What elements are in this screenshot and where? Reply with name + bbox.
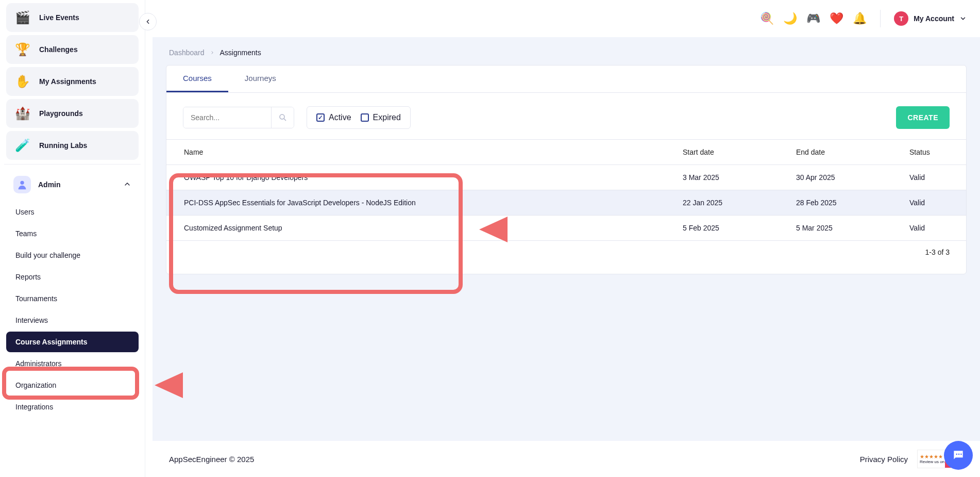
checkbox-active[interactable]: Active (316, 113, 351, 122)
sidebar-item-label: Running Labs (39, 141, 87, 150)
account-menu[interactable]: T My Account (894, 11, 967, 26)
topbar-icons: 🍭 🌙 🎮 ❤️ 🔔 (760, 12, 867, 25)
table-row[interactable]: Customized Assignment Setup 5 Feb 2025 5… (166, 216, 966, 241)
checkbox-icon (361, 113, 369, 122)
heart-icon[interactable]: ❤️ (830, 12, 843, 25)
search-icon (278, 113, 288, 122)
discord-icon[interactable]: 🎮 (806, 12, 820, 25)
sidebar: 🎬 Live Events 🏆 Challenges ✋ My Assignme… (0, 0, 145, 477)
castle-icon: 🏰 (13, 104, 32, 123)
table-row[interactable]: OWASP Top 10 for Django Developers 3 Mar… (166, 165, 966, 190)
g2-stars-icon: ★★★★★ (920, 454, 944, 459)
privacy-link[interactable]: Privacy Policy (860, 455, 908, 464)
sidebar-item-label: Users (15, 208, 35, 216)
sidebar-item-label: Administrators (15, 359, 61, 368)
sidebar-item-course-assignments[interactable]: Course Assignments (6, 332, 139, 352)
lifebuoy-icon[interactable]: 🍭 (760, 12, 774, 25)
avatar: T (894, 11, 908, 26)
sidebar-item-label: Reports (15, 273, 41, 281)
sidebar-item-playgrounds[interactable]: 🏰 Playgrounds (6, 99, 139, 128)
chat-fab[interactable] (944, 441, 973, 470)
sidebar-item-reports[interactable]: Reports (6, 267, 139, 287)
table-row[interactable]: PCI-DSS AppSec Essentials for JavaScript… (166, 190, 966, 216)
flask-icon: 🧪 (13, 136, 32, 155)
tab-label: Journeys (245, 74, 276, 83)
tab-label: Courses (183, 74, 212, 83)
cell-name: OWASP Top 10 for Django Developers (166, 165, 672, 190)
cell-status: Valid (899, 216, 966, 241)
sidebar-item-label: Build your challenge (15, 251, 80, 259)
hands-icon: ✋ (13, 72, 32, 91)
chevron-down-icon (959, 15, 967, 22)
sidebar-item-label: Teams (15, 229, 37, 238)
cell-status: Valid (899, 190, 966, 216)
sidebar-item-label: Challenges (39, 45, 78, 54)
svg-point-1 (280, 114, 284, 119)
col-name[interactable]: Name (166, 140, 672, 165)
col-start-date[interactable]: Start date (672, 140, 786, 165)
checkbox-label: Active (329, 113, 351, 122)
tab-courses[interactable]: Courses (166, 65, 228, 92)
chat-icon (952, 449, 965, 462)
topbar: 🍭 🌙 🎮 ❤️ 🔔 T My Account (153, 0, 980, 37)
sidebar-item-label: My Assignments (39, 77, 96, 86)
sidebar-item-interviews[interactable]: Interviews (6, 310, 139, 331)
col-end-date[interactable]: End date (786, 140, 899, 165)
cell-name: Customized Assignment Setup (166, 216, 672, 241)
sidebar-collapse-button[interactable] (139, 13, 157, 30)
moon-icon[interactable]: 🌙 (783, 12, 797, 25)
cell-start: 22 Jan 2025 (672, 190, 786, 216)
cell-start: 5 Feb 2025 (672, 216, 786, 241)
bell-icon[interactable]: 🔔 (853, 12, 867, 25)
data-area: Name Start date End date Status OWASP To… (166, 139, 966, 274)
sidebar-item-live-events[interactable]: 🎬 Live Events (6, 3, 139, 32)
sidebar-item-users[interactable]: Users (6, 202, 139, 222)
search-wrap (183, 107, 294, 128)
svg-point-2 (956, 454, 957, 455)
breadcrumb-root[interactable]: Dashboard (169, 48, 205, 57)
sidebar-item-build-challenge[interactable]: Build your challenge (6, 245, 139, 266)
svg-point-4 (960, 454, 962, 455)
sidebar-item-label: Interviews (15, 316, 48, 324)
cell-end: 28 Feb 2025 (786, 190, 899, 216)
filter-group: Active Expired (307, 106, 411, 129)
search-button[interactable] (271, 107, 294, 128)
create-button[interactable]: CREATE (896, 106, 950, 129)
sidebar-item-label: Course Assignments (15, 338, 88, 346)
sidebar-item-label: Live Events (39, 13, 79, 22)
account-label: My Account (914, 14, 954, 23)
search-input[interactable] (183, 107, 271, 128)
divider (880, 10, 881, 27)
assignments-table: Name Start date End date Status OWASP To… (166, 139, 966, 241)
g2-text: Review us on (920, 459, 944, 464)
checkbox-expired[interactable]: Expired (361, 113, 401, 122)
sidebar-item-challenges[interactable]: 🏆 Challenges (6, 35, 139, 64)
sidebar-item-tournaments[interactable]: Tournaments (6, 288, 139, 309)
live-events-icon: 🎬 (13, 8, 32, 27)
cell-end: 30 Apr 2025 (786, 165, 899, 190)
chevron-up-icon (123, 180, 131, 190)
sidebar-item-organization[interactable]: Organization (6, 375, 139, 396)
sidebar-item-administrators[interactable]: Administrators (6, 353, 139, 374)
sidebar-item-label: Organization (15, 381, 56, 389)
sidebar-item-teams[interactable]: Teams (6, 223, 139, 244)
sidebar-section-label: Admin (38, 180, 61, 189)
sidebar-item-label: Playgrounds (39, 109, 83, 118)
cell-status: Valid (899, 165, 966, 190)
cell-start: 3 Mar 2025 (672, 165, 786, 190)
sidebar-item-label: Tournaments (15, 294, 57, 303)
sidebar-section-admin[interactable]: Admin (6, 170, 139, 200)
sidebar-item-integrations[interactable]: Integrations (6, 397, 139, 417)
toolbar: Active Expired CREATE (166, 93, 966, 139)
admin-avatar-icon (13, 176, 31, 193)
svg-point-3 (958, 454, 960, 455)
sidebar-item-running-labs[interactable]: 🧪 Running Labs (6, 131, 139, 160)
breadcrumb: Dashboard Assignments (166, 48, 967, 57)
main-area: 🍭 🌙 🎮 ❤️ 🔔 T My Account Dashboard Assign… (153, 0, 980, 477)
tab-journeys[interactable]: Journeys (228, 65, 293, 92)
main-panel: Courses Journeys Active (166, 65, 967, 274)
col-status[interactable]: Status (899, 140, 966, 165)
content: Dashboard Assignments Courses Journeys (153, 37, 980, 286)
sidebar-item-my-assignments[interactable]: ✋ My Assignments (6, 67, 139, 96)
divider (4, 164, 141, 165)
